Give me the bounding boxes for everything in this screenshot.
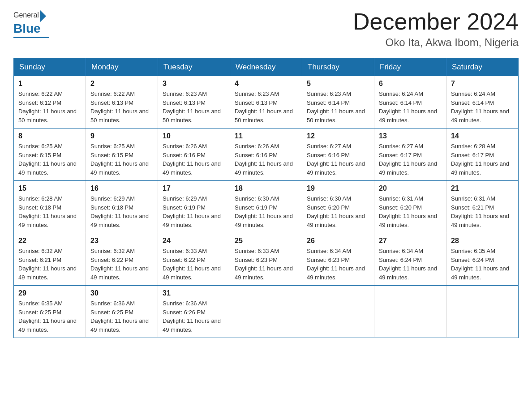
day-info: Sunrise: 6:33 AMSunset: 6:23 PMDaylight:… — [235, 248, 293, 281]
calendar-cell — [374, 286, 446, 338]
page-header: General Blue December 2024 Oko Ita, Akwa… — [13, 9, 519, 49]
weekday-header-monday: Monday — [86, 58, 158, 77]
day-number: 21 — [451, 184, 514, 193]
calendar-cell: 25 Sunrise: 6:33 AMSunset: 6:23 PMDaylig… — [230, 233, 302, 286]
calendar-cell: 21 Sunrise: 6:31 AMSunset: 6:21 PMDaylig… — [446, 181, 519, 233]
day-info: Sunrise: 6:29 AMSunset: 6:19 PMDaylight:… — [163, 195, 221, 228]
logo-triangle-icon — [40, 10, 46, 22]
day-info: Sunrise: 6:22 AMSunset: 6:13 PMDaylight:… — [90, 90, 149, 124]
calendar-cell: 29 Sunrise: 6:35 AMSunset: 6:25 PMDaylig… — [14, 286, 86, 338]
weekday-header-sunday: Sunday — [14, 58, 86, 77]
day-info: Sunrise: 6:29 AMSunset: 6:18 PMDaylight:… — [90, 195, 149, 228]
day-info: Sunrise: 6:36 AMSunset: 6:26 PMDaylight:… — [163, 300, 221, 333]
day-number: 8 — [18, 132, 81, 140]
calendar-week-row: 29 Sunrise: 6:35 AMSunset: 6:25 PMDaylig… — [14, 286, 519, 338]
location-title: Oko Ita, Akwa Ibom, Nigeria — [353, 36, 519, 49]
calendar-cell: 9 Sunrise: 6:25 AMSunset: 6:15 PMDayligh… — [86, 128, 158, 181]
calendar-cell: 4 Sunrise: 6:23 AMSunset: 6:13 PMDayligh… — [230, 76, 302, 128]
weekday-header-friday: Friday — [374, 58, 446, 77]
calendar-cell — [302, 286, 374, 338]
day-info: Sunrise: 6:35 AMSunset: 6:24 PMDaylight:… — [451, 248, 509, 281]
calendar-week-row: 8 Sunrise: 6:25 AMSunset: 6:15 PMDayligh… — [14, 128, 519, 181]
day-info: Sunrise: 6:23 AMSunset: 6:13 PMDaylight:… — [163, 90, 221, 124]
day-number: 16 — [90, 184, 153, 193]
calendar-week-row: 1 Sunrise: 6:22 AMSunset: 6:12 PMDayligh… — [14, 76, 519, 128]
day-number: 4 — [235, 80, 297, 88]
calendar-cell: 5 Sunrise: 6:23 AMSunset: 6:14 PMDayligh… — [302, 76, 374, 128]
weekday-header-saturday: Saturday — [446, 58, 519, 77]
day-number: 31 — [163, 289, 225, 297]
day-number: 29 — [18, 289, 81, 297]
day-number: 6 — [379, 80, 442, 88]
day-info: Sunrise: 6:28 AMSunset: 6:18 PMDaylight:… — [18, 195, 77, 228]
day-number: 15 — [18, 184, 81, 193]
calendar-cell: 24 Sunrise: 6:33 AMSunset: 6:22 PMDaylig… — [158, 233, 230, 286]
day-number: 30 — [90, 289, 153, 297]
calendar-cell: 1 Sunrise: 6:22 AMSunset: 6:12 PMDayligh… — [14, 76, 86, 128]
day-number: 7 — [451, 80, 514, 88]
calendar-cell: 3 Sunrise: 6:23 AMSunset: 6:13 PMDayligh… — [158, 76, 230, 128]
day-info: Sunrise: 6:34 AMSunset: 6:23 PMDaylight:… — [307, 248, 365, 281]
day-info: Sunrise: 6:26 AMSunset: 6:16 PMDaylight:… — [163, 143, 221, 176]
logo-blue-text: Blue — [13, 21, 41, 35]
day-info: Sunrise: 6:34 AMSunset: 6:24 PMDaylight:… — [379, 248, 437, 281]
day-number: 17 — [163, 184, 225, 193]
day-info: Sunrise: 6:30 AMSunset: 6:20 PMDaylight:… — [307, 195, 365, 228]
day-info: Sunrise: 6:33 AMSunset: 6:22 PMDaylight:… — [163, 248, 221, 281]
calendar-cell: 30 Sunrise: 6:36 AMSunset: 6:25 PMDaylig… — [86, 286, 158, 338]
day-info: Sunrise: 6:27 AMSunset: 6:16 PMDaylight:… — [307, 143, 365, 176]
calendar-cell: 19 Sunrise: 6:30 AMSunset: 6:20 PMDaylig… — [302, 181, 374, 233]
day-info: Sunrise: 6:26 AMSunset: 6:16 PMDaylight:… — [235, 143, 293, 176]
day-number: 22 — [18, 237, 81, 245]
weekday-header-tuesday: Tuesday — [158, 58, 230, 77]
day-number: 12 — [307, 132, 369, 140]
calendar-table: SundayMondayTuesdayWednesdayThursdayFrid… — [13, 58, 519, 338]
day-number: 20 — [379, 184, 442, 193]
day-number: 10 — [163, 132, 225, 140]
calendar-cell: 17 Sunrise: 6:29 AMSunset: 6:19 PMDaylig… — [158, 181, 230, 233]
day-info: Sunrise: 6:31 AMSunset: 6:20 PMDaylight:… — [379, 195, 437, 228]
day-number: 27 — [379, 237, 442, 245]
day-info: Sunrise: 6:22 AMSunset: 6:12 PMDaylight:… — [18, 90, 77, 124]
day-info: Sunrise: 6:23 AMSunset: 6:14 PMDaylight:… — [307, 90, 365, 124]
day-number: 28 — [451, 237, 514, 245]
calendar-cell: 20 Sunrise: 6:31 AMSunset: 6:20 PMDaylig… — [374, 181, 446, 233]
day-number: 24 — [163, 237, 225, 245]
logo-general-text: General — [13, 11, 39, 19]
logo-underline — [13, 37, 49, 38]
logo: General Blue — [13, 9, 49, 38]
day-number: 26 — [307, 237, 369, 245]
calendar-cell: 15 Sunrise: 6:28 AMSunset: 6:18 PMDaylig… — [14, 181, 86, 233]
day-info: Sunrise: 6:31 AMSunset: 6:21 PMDaylight:… — [451, 195, 509, 228]
calendar-cell — [230, 286, 302, 338]
month-title: December 2024 — [353, 9, 519, 34]
day-number: 3 — [163, 80, 225, 88]
calendar-cell: 7 Sunrise: 6:24 AMSunset: 6:14 PMDayligh… — [446, 76, 519, 128]
day-number: 2 — [90, 80, 153, 88]
calendar-cell: 8 Sunrise: 6:25 AMSunset: 6:15 PMDayligh… — [14, 128, 86, 181]
day-info: Sunrise: 6:25 AMSunset: 6:15 PMDaylight:… — [90, 143, 149, 176]
calendar-cell: 18 Sunrise: 6:30 AMSunset: 6:19 PMDaylig… — [230, 181, 302, 233]
weekday-header-row: SundayMondayTuesdayWednesdayThursdayFrid… — [14, 58, 519, 77]
calendar-cell: 31 Sunrise: 6:36 AMSunset: 6:26 PMDaylig… — [158, 286, 230, 338]
day-info: Sunrise: 6:28 AMSunset: 6:17 PMDaylight:… — [451, 143, 509, 176]
calendar-cell: 6 Sunrise: 6:24 AMSunset: 6:14 PMDayligh… — [374, 76, 446, 128]
calendar-cell: 11 Sunrise: 6:26 AMSunset: 6:16 PMDaylig… — [230, 128, 302, 181]
day-info: Sunrise: 6:27 AMSunset: 6:17 PMDaylight:… — [379, 143, 437, 176]
calendar-week-row: 22 Sunrise: 6:32 AMSunset: 6:21 PMDaylig… — [14, 233, 519, 286]
day-info: Sunrise: 6:24 AMSunset: 6:14 PMDaylight:… — [379, 90, 437, 124]
calendar-cell: 2 Sunrise: 6:22 AMSunset: 6:13 PMDayligh… — [86, 76, 158, 128]
title-section: December 2024 Oko Ita, Akwa Ibom, Nigeri… — [353, 9, 519, 49]
calendar-cell: 28 Sunrise: 6:35 AMSunset: 6:24 PMDaylig… — [446, 233, 519, 286]
weekday-header-wednesday: Wednesday — [230, 58, 302, 77]
day-number: 23 — [90, 237, 153, 245]
day-info: Sunrise: 6:32 AMSunset: 6:22 PMDaylight:… — [90, 248, 149, 281]
day-number: 19 — [307, 184, 369, 193]
day-info: Sunrise: 6:35 AMSunset: 6:25 PMDaylight:… — [18, 300, 77, 333]
calendar-cell: 22 Sunrise: 6:32 AMSunset: 6:21 PMDaylig… — [14, 233, 86, 286]
day-number: 25 — [235, 237, 297, 245]
calendar-week-row: 15 Sunrise: 6:28 AMSunset: 6:18 PMDaylig… — [14, 181, 519, 233]
calendar-cell: 13 Sunrise: 6:27 AMSunset: 6:17 PMDaylig… — [374, 128, 446, 181]
day-number: 5 — [307, 80, 369, 88]
calendar-cell — [446, 286, 519, 338]
